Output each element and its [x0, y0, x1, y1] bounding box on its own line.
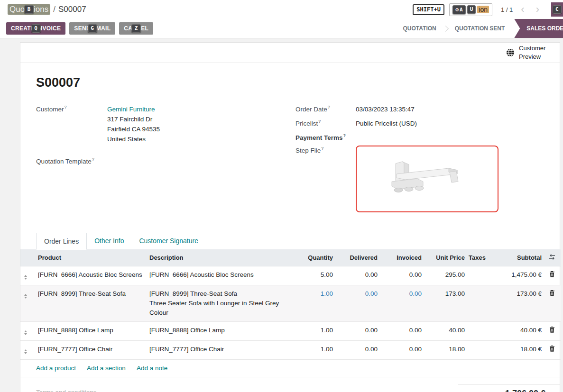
- table-header-row: Product Description Quantity Delivered I…: [20, 249, 561, 266]
- add-note-link[interactable]: Add a note: [137, 365, 167, 372]
- tab-customer-signature[interactable]: Customer Signature: [131, 233, 206, 249]
- drag-handle-icon[interactable]: [22, 348, 29, 356]
- order-line-row[interactable]: [FURN_8888] Office Lamp [FURN_8888] Offi…: [20, 321, 561, 340]
- drag-handle-icon[interactable]: [22, 273, 29, 281]
- stage-sales-order[interactable]: SALES ORDER: [514, 19, 563, 38]
- cell-product: [FURN_7777] Office Chair: [36, 340, 148, 359]
- cell-delivered: 0.00: [335, 340, 379, 359]
- terms-and-conditions-input[interactable]: Terms and conditions...: [36, 384, 102, 392]
- cell-invoiced: 0.00: [379, 266, 424, 285]
- action-menu-button[interactable]: ⚙A U ion: [449, 3, 492, 16]
- order-date-value[interactable]: 03/03/2023 13:35:47: [356, 104, 415, 114]
- step-file-3d-render: [378, 155, 477, 202]
- order-line-row[interactable]: [FURN_7777] Office Chair [FURN_7777] Off…: [20, 340, 561, 359]
- fields-grid: Customer? Gemini Furniture 317 Fairchild…: [36, 104, 541, 217]
- optional-columns-icon: [549, 254, 555, 260]
- help-icon: ?: [343, 133, 346, 138]
- drag-handle-icon[interactable]: [22, 329, 29, 337]
- order-line-row[interactable]: [FURN_8999] Three-Seat Sofa [FURN_8999] …: [20, 285, 561, 321]
- hint-badge-b: B: [25, 5, 34, 14]
- cell-unit-price: 295.00: [424, 266, 467, 285]
- cell-delivered: 0.00: [335, 285, 379, 321]
- cell-unit-price: 18.00: [424, 340, 467, 359]
- subtotal-column-header[interactable]: Subtotal: [496, 249, 544, 266]
- totals-block: Total: 1,706.00 €: [458, 384, 560, 392]
- cell-subtotal: 1,475.00 €: [496, 266, 544, 285]
- step-file-image[interactable]: [356, 146, 498, 212]
- main-content: Customer Preview S00007 Customer? Gemini…: [0, 38, 563, 392]
- customer-address-line: 317 Fairchild Dr: [107, 114, 160, 124]
- delete-line-button[interactable]: [548, 345, 556, 355]
- cell-taxes: [467, 266, 496, 285]
- cell-delivered: 0.00: [335, 321, 379, 340]
- hint-badge-u: U: [467, 5, 476, 14]
- stage-quotation[interactable]: QUOTATION: [394, 19, 446, 38]
- breadcrumb-quotations-link[interactable]: Quotations B: [8, 4, 50, 15]
- delete-line-button[interactable]: [548, 326, 556, 336]
- action-buttons: CREATE INVOICE Q SEND EMAIL G CANCEL Z: [6, 19, 157, 38]
- add-section-link[interactable]: Add a section: [87, 365, 126, 372]
- tab-other-info[interactable]: Other Info: [87, 233, 131, 249]
- tab-order-lines[interactable]: Order Lines: [36, 233, 87, 250]
- total-label: Total:: [483, 391, 498, 392]
- cancel-button[interactable]: CANCEL Z: [119, 22, 153, 35]
- pricelist-field: Pricelist? Public Pricelist (USD): [295, 119, 541, 128]
- sheet-footer: Terms and conditions... Total: 1,706.00 …: [20, 377, 560, 392]
- description-column-header[interactable]: Description: [148, 249, 292, 266]
- cell-invoiced: 0.00: [379, 340, 424, 359]
- cell-quantity: 5.00: [292, 266, 335, 285]
- cell-taxes: [467, 340, 496, 359]
- pager-next-button[interactable]: ›: [533, 5, 543, 14]
- drag-handle-icon[interactable]: [22, 292, 29, 300]
- taxes-column-header[interactable]: Taxes: [467, 249, 496, 266]
- form-sheet: Customer Preview S00007 Customer? Gemini…: [20, 42, 560, 392]
- pager-prev-button[interactable]: ‹: [517, 5, 527, 14]
- order-date-label: Order Date?: [295, 104, 356, 114]
- globe-icon: [506, 48, 515, 57]
- hint-badge-q: Q: [31, 24, 40, 33]
- cell-description: [FURN_6666] Acoustic Bloc Screens: [148, 266, 292, 285]
- trash-icon: [549, 290, 555, 296]
- cell-unit-price: 40.00: [424, 321, 467, 340]
- cell-quantity: 1.00: [292, 340, 335, 359]
- customer-label: Customer?: [36, 104, 107, 144]
- help-icon: ?: [318, 119, 321, 124]
- create-invoice-button[interactable]: CREATE INVOICE Q: [6, 22, 65, 35]
- order-lines-table: Product Description Quantity Delivered I…: [20, 249, 561, 360]
- customer-link[interactable]: Gemini Furniture: [107, 106, 155, 113]
- pricelist-value[interactable]: Public Pricelist (USD): [356, 119, 417, 128]
- sheet-header: Customer Preview: [20, 43, 560, 63]
- customer-address-line: Fairfield CA 94535: [107, 124, 160, 134]
- pager-count: 1 / 1: [501, 6, 513, 13]
- breadcrumb: Quotations B / S00007: [8, 4, 86, 15]
- cell-product: [FURN_8999] Three-Seat Sofa: [36, 285, 148, 321]
- delete-line-button[interactable]: [548, 270, 556, 281]
- customer-preview-link[interactable]: Customer Preview: [506, 44, 549, 61]
- customer-value: Gemini Furniture 317 Fairchild Dr Fairfi…: [107, 104, 160, 144]
- invoiced-column-header[interactable]: Invoiced: [379, 249, 424, 266]
- hint-badge-a: ⚙A: [452, 5, 466, 14]
- cell-subtotal: 18.00 €: [496, 340, 544, 359]
- step-file-field: Step File?: [295, 146, 541, 212]
- customer-preview-label: Customer Preview: [519, 44, 549, 61]
- quotation-template-field[interactable]: Quotation Template?: [36, 156, 281, 165]
- total-value: 1,706.00 €: [505, 389, 545, 392]
- order-line-row[interactable]: [FURN_6666] Acoustic Bloc Screens [FURN_…: [20, 266, 561, 285]
- delete-line-button[interactable]: [548, 289, 556, 300]
- cell-taxes: [467, 321, 496, 340]
- fields-left-column: Customer? Gemini Furniture 317 Fairchild…: [36, 104, 281, 217]
- customer-address-line: United States: [107, 134, 160, 144]
- breadcrumb-bar: Quotations B / S00007 SHIFT+U ⚙A U ion 1…: [0, 0, 563, 19]
- cell-description: [FURN_8999] Three-Seat Sofa Three Seater…: [148, 285, 292, 321]
- step-file-label: Step File?: [295, 146, 356, 212]
- edge-create-button[interactable]: C: [551, 2, 563, 17]
- send-email-button[interactable]: SEND EMAIL G: [69, 22, 115, 35]
- add-product-link[interactable]: Add a product: [36, 365, 76, 372]
- stage-quotation-sent[interactable]: QUOTATION SENT: [445, 19, 515, 38]
- optional-columns-header[interactable]: [544, 249, 561, 266]
- quantity-column-header[interactable]: Quantity: [292, 249, 335, 266]
- delivered-column-header[interactable]: Delivered: [335, 249, 379, 266]
- product-column-header[interactable]: Product: [36, 249, 148, 266]
- unit-price-column-header[interactable]: Unit Price: [424, 249, 467, 266]
- trash-icon: [549, 327, 555, 333]
